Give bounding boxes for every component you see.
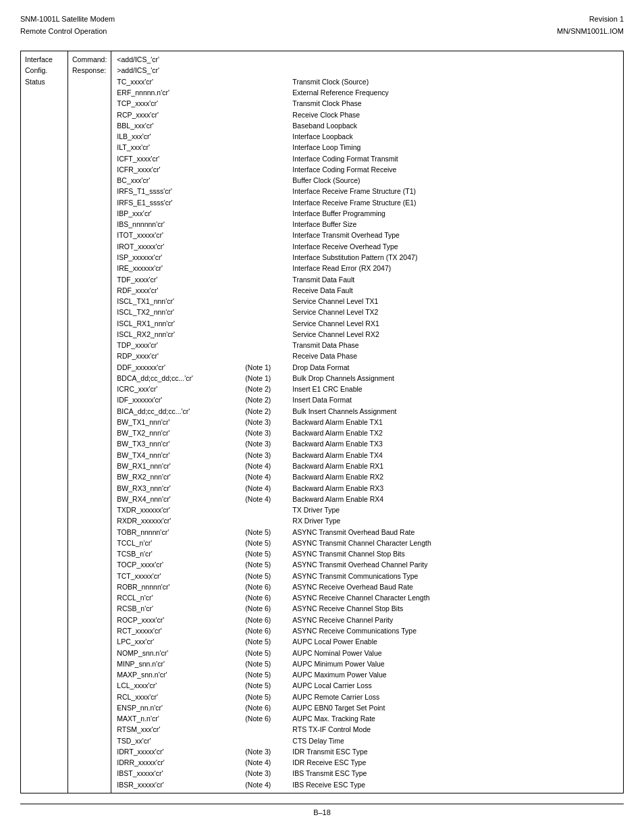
code-cell: BW_RX1_nnn'cr' (115, 461, 244, 471)
table-row: BW_TX3_nnn'cr'(Note 3)Backward Alarm Ena… (115, 438, 619, 449)
table-row: RDF_xxxx'cr'Receive Data Fault (115, 285, 619, 296)
desc-cell: IDR Receive ESC Type (291, 757, 619, 768)
note-cell: (Note 3) (244, 427, 291, 438)
table-row: RTSM_xxx'cr'RTS TX-IF Control Mode (115, 724, 619, 735)
desc-cell (291, 54, 619, 65)
table-row: TOBR_nnnnn'cr'(Note 5)ASYNC Transmit Ove… (115, 527, 619, 538)
note-cell (244, 735, 291, 746)
desc-cell: Service Channel Level TX2 (291, 307, 619, 317)
note-cell: (Note 6) (244, 603, 291, 614)
table-row: BBL_xxx'cr'Baseband Loopback (115, 120, 619, 131)
table-row: ROCP_xxxx'cr'(Note 6)ASYNC Receive Chann… (115, 615, 619, 625)
code-cell: ITOT_xxxxx'cr' (115, 230, 244, 240)
note-cell: (Note 5) (244, 548, 291, 559)
table-row-main: Interface Config. Status Command: Respon… (21, 51, 624, 793)
table-row: TDP_xxxx'cr'Transmit Data Phase (115, 340, 619, 350)
table-row: LPC_xxx'cr'(Note 5)AUPC Local Power Enab… (115, 636, 619, 647)
code-cell: TXDR_xxxxxx'cr' (115, 504, 244, 515)
table-row: ISP_xxxxxx'cr'Interface Substitution Pat… (115, 252, 619, 263)
code-cell: ISP_xxxxxx'cr' (115, 252, 244, 263)
desc-cell: ASYNC Receive Channel Stop Bits (291, 603, 619, 614)
table-row: IDRR_xxxxx'cr'(Note 4)IDR Receive ESC Ty… (115, 757, 619, 768)
note-cell: (Note 4) (244, 779, 291, 790)
desc-cell: AUPC Nominal Power Value (291, 648, 619, 658)
footer: B–18 (20, 804, 624, 816)
desc-cell: Interface Coding Format Transmit (291, 153, 619, 164)
table-row: NOMP_snn.n'cr'(Note 5)AUPC Nominal Power… (115, 648, 619, 658)
code-cell: TCT_xxxxx'cr' (115, 571, 244, 581)
code-cell: ILB_xxx'cr' (115, 131, 244, 142)
code-cell: TDP_xxxx'cr' (115, 340, 244, 350)
note-cell (244, 318, 291, 329)
note-cell (244, 175, 291, 186)
code-cell: BW_RX4_nnn'cr' (115, 494, 244, 504)
desc-cell: Backward Alarm Enable RX1 (291, 461, 619, 471)
desc-cell: ASYNC Transmit Channel Stop Bits (291, 548, 619, 559)
header-title-line1: SNM-1001L Satellite Modem (20, 14, 115, 26)
desc-cell (291, 65, 619, 76)
note-cell (244, 252, 291, 263)
note-cell: (Note 6) (244, 702, 291, 713)
table-row: ISCL_TX2_nnn'cr'Service Channel Level TX… (115, 307, 619, 317)
table-row: BDCA_dd;cc_dd;cc...'cr'(Note 1)Bulk Drop… (115, 373, 619, 384)
note-cell (244, 208, 291, 219)
desc-cell: Receive Data Phase (291, 350, 619, 361)
code-cell: RCL_xxxx'cr' (115, 692, 244, 702)
code-cell: BW_TX2_nnn'cr' (115, 427, 244, 438)
desc-cell: Backward Alarm Enable TX4 (291, 450, 619, 461)
code-cell: BW_RX2_nnn'cr' (115, 471, 244, 482)
note-cell (244, 340, 291, 350)
response-label: Response: (72, 65, 107, 76)
table-row: IBS_nnnnnn'cr'Interface Buffer Size (115, 219, 619, 230)
code-cell: RDF_xxxx'cr' (115, 285, 244, 296)
table-row: IDRT_xxxxx'cr'(Note 3)IDR Transmit ESC T… (115, 746, 619, 757)
desc-cell: AUPC Local Power Enable (291, 636, 619, 647)
code-cell: TCCL_n'cr' (115, 538, 244, 548)
desc-cell: RX Driver Type (291, 515, 619, 526)
code-cell: ENSP_nn.n'cr' (115, 702, 244, 713)
code-cell: ROBR_nnnnn'cr' (115, 581, 244, 592)
desc-cell: Interface Receive Frame Structure (E1) (291, 197, 619, 208)
desc-cell: Interface Buffer Programming (291, 208, 619, 219)
desc-cell: Insert Data Format (291, 394, 619, 405)
table-row: BW_RX2_nnn'cr'(Note 4)Backward Alarm Ena… (115, 471, 619, 482)
note-cell (244, 263, 291, 273)
note-cell (244, 87, 291, 98)
table-row: RCSB_n'cr'(Note 6)ASYNC Receive Channel … (115, 603, 619, 614)
table-row: BW_TX4_nnn'cr'(Note 3)Backward Alarm Ena… (115, 450, 619, 461)
header-title-line2: Remote Control Operation (20, 26, 115, 38)
code-cell: ISCL_TX1_nnn'cr' (115, 296, 244, 307)
note-cell (244, 65, 291, 76)
desc-cell: Bulk Drop Channels Assignment (291, 373, 619, 384)
note-cell: (Note 4) (244, 757, 291, 768)
code-cell: BICA_dd;cc_dd;cc...'cr' (115, 406, 244, 417)
note-cell: (Note 6) (244, 713, 291, 724)
code-cell: IBS_nnnnnn'cr' (115, 219, 244, 230)
table-row: ERF_nnnnn.n'cr'External Reference Freque… (115, 87, 619, 98)
desc-cell: ASYNC Transmit Overhead Baud Rate (291, 527, 619, 538)
note-cell: (Note 2) (244, 384, 291, 394)
note-cell: (Note 6) (244, 625, 291, 636)
note-cell: (Note 6) (244, 581, 291, 592)
code-cell: ILT_xxx'cr' (115, 142, 244, 153)
code-cell: ICFT_xxxx'cr' (115, 153, 244, 164)
table-row: ISCL_RX1_nnn'cr'Service Channel Level RX… (115, 318, 619, 329)
table-row: BW_RX1_nnn'cr'(Note 4)Backward Alarm Ena… (115, 461, 619, 471)
command-response-labels: Command: Response: (68, 51, 111, 793)
note-cell: (Note 3) (244, 417, 291, 427)
desc-cell: Interface Buffer Size (291, 219, 619, 230)
table-row: ILB_xxx'cr'Interface Loopback (115, 131, 619, 142)
header-right: Revision 1 MN/SNM1001L.IOM (557, 14, 624, 37)
table-row: RCT_xxxxx'cr'(Note 6)ASYNC Receive Commu… (115, 625, 619, 636)
code-cell: RCT_xxxxx'cr' (115, 625, 244, 636)
note-cell: (Note 1) (244, 362, 291, 373)
code-cell: DDF_xxxxxx'cr' (115, 362, 244, 373)
code-cell: <add/ICS_'cr' (115, 54, 244, 65)
note-cell: (Note 5) (244, 538, 291, 548)
desc-cell: IBS Receive ESC Type (291, 779, 619, 790)
note-cell: (Note 5) (244, 680, 291, 691)
desc-cell: AUPC Local Carrier Loss (291, 680, 619, 691)
note-cell (244, 76, 291, 87)
code-cell: IRE_xxxxxx'cr' (115, 263, 244, 273)
desc-cell: AUPC Minimum Power Value (291, 658, 619, 669)
